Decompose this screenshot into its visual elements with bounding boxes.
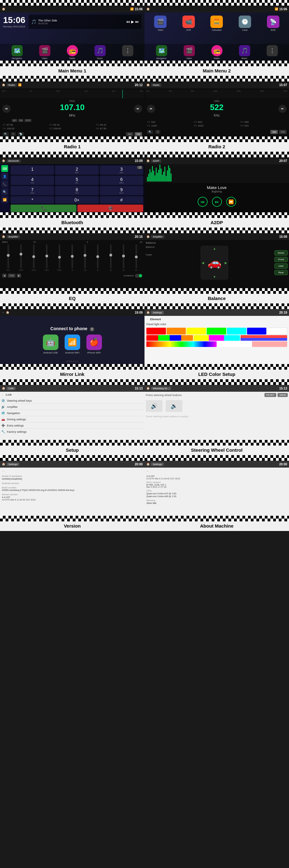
dial-8[interactable]: 8 TUV: [55, 186, 98, 195]
dial-hash[interactable]: #: [100, 196, 143, 204]
bt-icon[interactable]: 📶: [1, 196, 8, 203]
fm-btn[interactable]: FM: [134, 132, 142, 136]
steer-indicator-1[interactable]: 🔊: [146, 400, 163, 412]
preset-5[interactable]: P5108.00: [49, 127, 95, 130]
nav-icon-navigation[interactable]: 🗺️ Navigation: [11, 45, 23, 59]
am-search-btn[interactable]: 🔍: [147, 130, 153, 134]
home-icon-bt[interactable]: 🏠: [2, 159, 5, 162]
driver-btn[interactable]: Driver: [275, 250, 288, 255]
band-right-btn[interactable]: ⏭: [134, 105, 142, 113]
eq-bar-5k[interactable]: 5k: [92, 244, 104, 271]
home-icon-r2[interactable]: 🏠: [147, 83, 150, 86]
dial-9[interactable]: 9 WXY: [100, 186, 143, 195]
bt-side-dialpad[interactable]: ⌨: [1, 165, 8, 172]
app-video[interactable]: 🎬 Video: [147, 16, 174, 31]
setup-item-extra[interactable]: ➕ Extra settings: [1, 423, 143, 429]
color-multi-2[interactable]: [194, 335, 240, 341]
dial-2[interactable]: 2 ABC: [55, 165, 98, 175]
steer-reset-btn[interactable]: RESET: [264, 393, 277, 397]
steer-indicator-2[interactable]: 🔉: [166, 400, 183, 412]
antenna-btn[interactable]: 📡: [18, 132, 24, 136]
nav2-music[interactable]: 🎵 Music: [239, 45, 250, 59]
eq-bar-300hz[interactable]: 300Hz: [41, 244, 53, 271]
eq-bar-60hz[interactable]: 60Hz: [2, 244, 14, 271]
dial-star[interactable]: *: [10, 196, 54, 204]
nav2-video[interactable]: 🎬 Video: [184, 45, 195, 59]
bt-side-calls[interactable]: 📞: [1, 181, 8, 187]
eq-bar-500hz[interactable]: 500Hz: [54, 244, 66, 271]
am-list-btn[interactable]: ☰: [155, 130, 160, 134]
preset-1[interactable]: P187.50: [2, 123, 49, 127]
dial-6[interactable]: 6 MNO: [100, 176, 143, 185]
color-red[interactable]: [147, 328, 166, 335]
loudness-toggle[interactable]: [135, 274, 142, 278]
color-orange[interactable]: [167, 328, 186, 335]
home-icon-a2dp[interactable]: 🏠: [147, 159, 150, 162]
ver-back-btn[interactable]: ←: [2, 469, 5, 473]
dial-1[interactable]: 1 ​: [10, 165, 54, 175]
color-rainbow[interactable]: [147, 341, 217, 347]
app-dvr[interactable]: 📹 DVR: [175, 16, 202, 31]
color-yellow[interactable]: [187, 328, 206, 335]
setup-item-amplifier[interactable]: 🔊 Amplifier: [1, 404, 143, 410]
color-multi-1[interactable]: [147, 335, 193, 341]
dial-0[interactable]: 0+: [55, 196, 98, 204]
home-icon-bal[interactable]: 🏠: [147, 235, 150, 238]
steer-save-btn[interactable]: SAVE: [278, 393, 288, 397]
about-back-btn[interactable]: ←: [147, 469, 150, 473]
setup-item-factory[interactable]: 🔧 Factory settings: [1, 429, 143, 435]
nav-icon-radio[interactable]: 📻 Radio: [67, 45, 78, 59]
help-icon[interactable]: ?: [90, 327, 94, 332]
up-arrow[interactable]: ▲: [213, 247, 216, 250]
now-playing-widget[interactable]: 🎵 The Other Side 00:00:00 ⏮ ▶ ⏭: [29, 14, 141, 29]
a2dp-prev-btn[interactable]: ⏮: [198, 197, 207, 207]
color-cyan[interactable]: [227, 328, 247, 335]
android-wifi-item[interactable]: 📶 Android WiFi: [65, 335, 80, 354]
tag-pty[interactable]: PTY: [25, 119, 31, 122]
android-usb-item[interactable]: 🤖 Android USB: [43, 335, 58, 354]
app-calc[interactable]: 🧮 Calculator: [203, 16, 230, 31]
preset-6[interactable]: P687.50: [96, 127, 142, 130]
eq-bar-10k[interactable]: 10k: [105, 244, 117, 271]
home-icon-ver[interactable]: 🏠: [2, 463, 5, 466]
user-btn[interactable]: User: [275, 263, 288, 269]
color-multi-3[interactable]: [240, 335, 287, 341]
home-icon-ml[interactable]: 🏠: [6, 311, 9, 314]
prev-button[interactable]: ⏮: [126, 20, 130, 24]
setup-item-steering[interactable]: ⚙️ Steering wheel keys: [1, 398, 143, 404]
eq-bar-100hz[interactable]: 100Hz: [15, 244, 27, 271]
setup-item-navigation[interactable]: 🗺️ Navigation: [1, 410, 143, 416]
am-preset-5[interactable]: P51620: [194, 124, 240, 127]
am-preset-2[interactable]: P2603: [194, 120, 240, 124]
home-icon-led[interactable]: 🏠: [147, 311, 150, 314]
app-clock[interactable]: 🕐 Clock: [231, 16, 259, 31]
tag-af[interactable]: AF: [12, 119, 17, 122]
home-icon-r1[interactable]: 🏠: [2, 83, 5, 86]
play-button[interactable]: ▶: [131, 20, 134, 24]
eq-bar-2k5[interactable]: 2.5k: [79, 244, 91, 271]
iphone-wifi-item[interactable]: 🍎 iPhone WiFi: [86, 335, 102, 354]
setup-back-btn[interactable]: ←: [1, 393, 4, 396]
led-back-btn[interactable]: ←: [147, 318, 149, 321]
home-icon-2[interactable]: 🏠: [147, 7, 150, 10]
next-button[interactable]: ⏭: [135, 20, 139, 24]
eq-bar-15k[interactable]: 15k: [118, 244, 130, 271]
eq-next-preset[interactable]: ▶: [17, 274, 21, 278]
am-am-btn[interactable]: AM: [270, 130, 278, 134]
eq-preset-label[interactable]: Flat: [8, 274, 15, 278]
am-preset-1[interactable]: P1522: [147, 120, 193, 124]
color-dual[interactable]: [217, 341, 287, 347]
bt-side-contacts[interactable]: 👤: [1, 173, 8, 180]
color-green[interactable]: [207, 328, 226, 335]
am-preset-4[interactable]: P41404: [147, 124, 193, 127]
band-left-btn[interactable]: ⏮: [2, 105, 10, 113]
call-red-btn[interactable]: 📵: [77, 205, 143, 212]
color-blue[interactable]: [247, 328, 267, 335]
rear-btn[interactable]: Rear: [275, 270, 288, 275]
search-btn[interactable]: 🔍: [2, 132, 9, 136]
setup-item-driving[interactable]: 🚗 Driving settings: [1, 416, 143, 423]
down-arrow[interactable]: ▼: [213, 275, 216, 279]
nav-icon-more[interactable]: ⋮: [122, 45, 133, 59]
dial-4[interactable]: 4 GHI: [10, 176, 54, 185]
nav-icon-music[interactable]: 🎵 Music: [94, 45, 106, 59]
